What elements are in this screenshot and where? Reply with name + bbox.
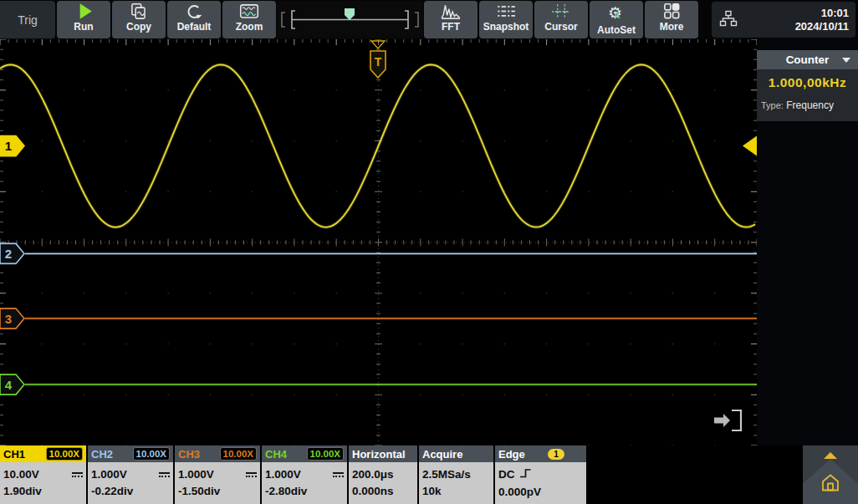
more-button[interactable]: More: [645, 1, 698, 38]
run-button[interactable]: Run: [57, 1, 110, 38]
edge-label: Edge: [498, 448, 525, 461]
autoset-icon: ⚙ A: [605, 3, 627, 24]
counter-type-value: Frequency: [786, 99, 834, 111]
ch4-position-marker[interactable]: 4: [0, 374, 24, 395]
bottom-status-bar: CH1 10.00X 10.00V 1.90div CH2 10.00X 1.0…: [0, 445, 858, 504]
snapshot-icon: [495, 3, 517, 21]
cursor-icon: [550, 3, 572, 21]
zoom-label: Zoom: [236, 21, 263, 33]
ch3-label: CH3: [178, 448, 200, 461]
trigger-position-marker: [345, 8, 355, 20]
copy-label: Copy: [126, 21, 151, 33]
ch4-probe-badge: 10.00X: [307, 447, 344, 461]
horizontal-delay-value: 0.000ns: [352, 485, 394, 498]
cursor-label: Cursor: [544, 21, 577, 33]
ch1-dc-coupling-icon: [72, 472, 83, 477]
horizontal-status-block[interactable]: Horizontal 200.0μs 0.000ns: [349, 445, 417, 504]
ch1-status-block[interactable]: CH1 10.00X 10.00V 1.90div: [0, 445, 86, 504]
cursor-button[interactable]: Cursor: [534, 1, 588, 38]
ch1-probe-badge: 10.00X: [46, 447, 83, 461]
counter-panel: Counter 1.000,00kHz Type: Frequency: [757, 50, 858, 121]
ch3-dc-coupling-icon: [246, 472, 257, 477]
memory-depth-value: 10k: [422, 485, 442, 498]
waveform-display[interactable]: 1234T: [0, 39, 757, 445]
snapshot-button[interactable]: Snapshot: [479, 1, 533, 38]
acquire-label: Acquire: [422, 448, 462, 461]
zoom-button[interactable]: Zoom: [222, 1, 276, 38]
trigger-position-flag[interactable]: T: [370, 41, 386, 78]
top-toolbar: Trig Run Copy: [0, 0, 858, 39]
trigger-status-block[interactable]: Edge 1 DC 0.000pV: [495, 445, 586, 504]
copy-button[interactable]: Copy: [112, 1, 166, 38]
corner-menu-panel: [803, 445, 858, 504]
trigger-coupling-value: DC: [498, 468, 515, 481]
ch2-dc-coupling-icon: [159, 472, 170, 477]
snapshot-label: Snapshot: [483, 21, 529, 33]
counter-value: 1.000,00kHz: [761, 75, 854, 90]
clock-panel[interactable]: 10:01 2024/10/11: [712, 2, 855, 38]
ch4-dc-coupling-icon: [333, 472, 344, 477]
ch4-status-block[interactable]: CH4 10.00X 1.000V -2.80div: [262, 445, 347, 504]
main-area: 1234T Counter 1.000,00kHz Type: Frequenc…: [0, 39, 858, 445]
svg-text:4: 4: [5, 378, 13, 392]
ch4-label: CH4: [265, 448, 287, 461]
counter-body: 1.000,00kHz Type: Frequency: [757, 69, 858, 121]
horizontal-label: Horizontal: [352, 448, 406, 461]
autoset-label: AutoSet: [597, 24, 636, 36]
more-grid-icon: [661, 3, 682, 21]
ch3-scale: 1.000V: [178, 468, 214, 481]
fft-button[interactable]: FFT: [424, 1, 478, 38]
ch1-trace-glow: [0, 64, 755, 227]
date-display: 2024/10/11: [745, 20, 849, 33]
counter-type-label: Type:: [761, 100, 784, 110]
counter-dropdown[interactable]: Counter: [757, 50, 858, 69]
home-icon: [820, 472, 840, 494]
trig-label: Trig: [18, 13, 38, 27]
ch2-status-block[interactable]: CH2 10.00X 1.000V -0.22div: [88, 445, 173, 504]
default-button[interactable]: Default: [167, 1, 221, 38]
trigger-level-marker[interactable]: [743, 136, 757, 156]
ch2-offset: -0.22div: [91, 485, 133, 498]
svg-text:1: 1: [5, 139, 12, 153]
trig-button[interactable]: Trig: [0, 1, 55, 38]
autoset-button[interactable]: ⚙ A AutoSet: [590, 1, 643, 38]
fft-icon: [440, 3, 462, 21]
timebase-value: 200.0μs: [352, 468, 394, 481]
ch3-position-marker[interactable]: 3: [0, 308, 24, 328]
network-icon: [718, 8, 738, 32]
ch1-offset: 1.90div: [3, 485, 42, 498]
svg-text:2: 2: [5, 247, 12, 261]
sample-rate-value: 2.5MSa/s: [422, 468, 471, 481]
trigger-level-value: 0.000pV: [498, 486, 541, 499]
ch3-probe-badge: 10.00X: [220, 447, 257, 461]
zoom-icon: [238, 3, 260, 21]
ch1-scale: 10.00V: [3, 468, 39, 481]
expand-arrow-icon[interactable]: [714, 410, 741, 430]
svg-text:3: 3: [5, 312, 12, 326]
chevron-down-icon: [842, 58, 850, 63]
right-sidebar: Counter 1.000,00kHz Type: Frequency: [757, 39, 858, 445]
fft-label: FFT: [442, 21, 460, 33]
ch1-label: CH1: [3, 448, 25, 461]
ch2-scale: 1.000V: [91, 468, 127, 481]
run-icon: [73, 3, 94, 21]
more-label: More: [660, 21, 684, 33]
svg-text:T: T: [375, 55, 382, 69]
ch4-scale: 1.000V: [265, 468, 301, 481]
ch2-label: CH2: [91, 448, 113, 461]
default-label: Default: [177, 21, 212, 33]
ch1-position-marker[interactable]: 1: [0, 136, 24, 156]
copy-icon: [128, 3, 150, 21]
time-display: 10:01: [745, 7, 849, 20]
home-button[interactable]: [820, 472, 840, 497]
ch3-status-block[interactable]: CH3 10.00X 1.000V -1.50div: [175, 445, 260, 504]
ch3-offset: -1.50div: [178, 485, 220, 498]
ch2-position-marker[interactable]: 2: [0, 243, 24, 263]
ch2-probe-badge: 10.00X: [133, 447, 170, 461]
counter-title: Counter: [786, 53, 830, 66]
horizontal-position-slider[interactable]: [277, 1, 423, 38]
collapse-up-icon[interactable]: [824, 452, 837, 459]
run-label: Run: [74, 21, 93, 33]
rising-edge-icon: [519, 467, 532, 482]
acquire-status-block[interactable]: Acquire 2.5MSa/s 10k: [419, 445, 493, 504]
